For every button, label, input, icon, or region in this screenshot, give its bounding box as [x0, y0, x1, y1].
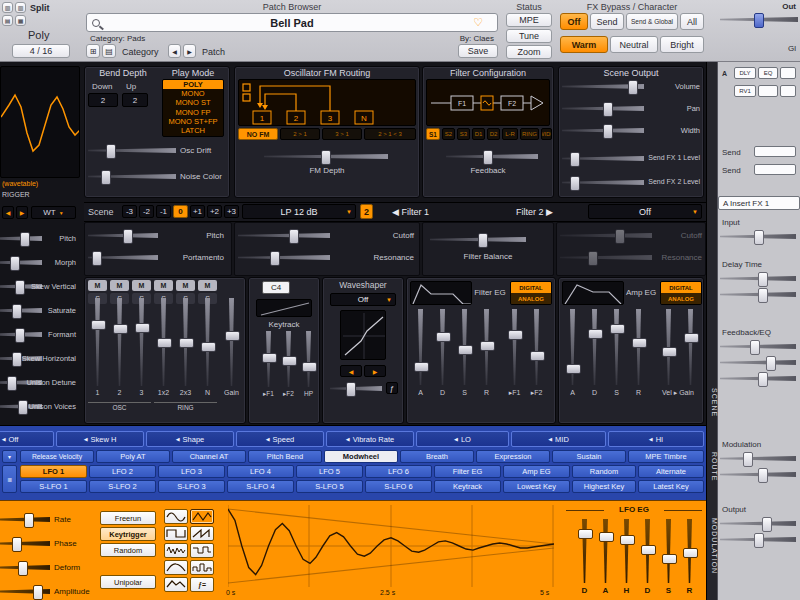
- amp-eg-decay-slider[interactable]: [588, 309, 601, 385]
- lfo-shape-mseg-icon[interactable]: [164, 577, 188, 592]
- keytrack-f2-slider[interactable]: [282, 331, 295, 387]
- keytrack-f1-slider[interactable]: [262, 331, 275, 387]
- filter-eg-decay-slider[interactable]: [436, 309, 449, 385]
- filter-eg-sustain-slider[interactable]: [458, 309, 471, 385]
- fx-bypass-send-global-button[interactable]: Send & Global: [626, 13, 678, 30]
- mod-source-channel-at[interactable]: Channel AT: [172, 450, 246, 463]
- amp-eg-release-slider[interactable]: [632, 309, 645, 385]
- browse-list-icon[interactable]: ▤: [102, 44, 116, 58]
- character-warm-button[interactable]: Warm: [560, 36, 608, 53]
- mod-source-lfo2[interactable]: LFO 2: [89, 465, 156, 478]
- mixer-osc1-slider[interactable]: [91, 298, 104, 386]
- mod-target-button[interactable]: ◀Off: [0, 431, 54, 447]
- mod-source-random[interactable]: Random: [572, 465, 636, 478]
- mute-button-1x2[interactable]: M: [154, 280, 173, 291]
- mod-source-lfo4[interactable]: LFO 4: [227, 465, 294, 478]
- filter-config-wide[interactable]: WIDE: [541, 128, 552, 140]
- scene-pitch-slider[interactable]: [88, 229, 158, 242]
- mixer-osc3-slider[interactable]: [135, 298, 148, 386]
- mod-target-button[interactable]: ◀MID: [511, 431, 606, 447]
- mod-list-expand-icon[interactable]: ▾: [2, 450, 17, 463]
- filter-eg-f2-depth-slider[interactable]: [530, 309, 543, 385]
- filter-config-d1[interactable]: D1: [472, 128, 485, 140]
- play-mode-option[interactable]: MONO ST+FP: [163, 117, 223, 126]
- filter-config-s2[interactable]: S2: [442, 128, 455, 140]
- scene-volume-slider[interactable]: [562, 80, 644, 93]
- osc-retrigger-label[interactable]: RIGGER: [2, 191, 30, 198]
- patch-name[interactable]: Bell Pad: [87, 17, 497, 29]
- filter1-cutoff-slider[interactable]: [238, 229, 330, 242]
- octave-plus3[interactable]: +3: [224, 205, 239, 218]
- fx-bypass-off-button[interactable]: Off: [560, 13, 588, 30]
- filter1-tab[interactable]: ◀ Filter 1: [392, 207, 429, 217]
- filter2-type-dropdown[interactable]: Off▼: [588, 204, 702, 219]
- amp-eg-attack-slider[interactable]: [566, 309, 579, 385]
- fx-delay-right-slider[interactable]: [720, 288, 796, 301]
- amp-eg-mode-toggle[interactable]: DIGITAL ANALOG: [660, 281, 702, 305]
- lfo-eg-sustain-slider[interactable]: [662, 519, 675, 583]
- mod-source-slfo1[interactable]: S-LFO 1: [20, 480, 87, 493]
- lfo-shape-step-seq-icon[interactable]: [190, 560, 214, 575]
- lfo-shape-sine-icon[interactable]: [164, 509, 188, 524]
- octave-minus1[interactable]: -1: [156, 205, 171, 218]
- fx-slot-dly[interactable]: DLY: [734, 67, 756, 79]
- filter-eg-f1-depth-slider[interactable]: [508, 309, 521, 385]
- filter1-type-dropdown[interactable]: LP 12 dB▼: [242, 204, 356, 219]
- fx-slot-empty[interactable]: [780, 85, 796, 97]
- fm-routing-diagram[interactable]: 12 3N: [238, 79, 416, 126]
- filter-config-ring[interactable]: RING: [520, 128, 539, 140]
- lfo-shape-triangle-icon[interactable]: [190, 509, 214, 524]
- prev-arrow-icon[interactable]: ◀: [168, 44, 181, 58]
- amp-eg-gain-slider[interactable]: [684, 309, 697, 385]
- fx-editor-title[interactable]: A Insert FX 1: [718, 196, 800, 210]
- mod-target-button[interactable]: ◀HI: [608, 431, 704, 447]
- zoom-button[interactable]: Zoom: [506, 45, 552, 59]
- lfo-shape-envelope-icon[interactable]: [164, 560, 188, 575]
- octave-zero[interactable]: 0: [173, 205, 188, 218]
- mod-target-button[interactable]: ◀LO: [416, 431, 509, 447]
- mixer-ring2x3-slider[interactable]: [179, 298, 192, 386]
- octave-minus3[interactable]: -3: [122, 205, 137, 218]
- filter-config-s3[interactable]: S3: [457, 128, 470, 140]
- mixer-noise-slider[interactable]: [201, 298, 214, 386]
- noise-color-slider[interactable]: [88, 170, 176, 183]
- mod-source-lowest-key[interactable]: Lowest Key: [503, 480, 570, 493]
- fx-input-slider[interactable]: [720, 230, 796, 243]
- fx-mod-depth-slider[interactable]: [720, 468, 796, 481]
- fx-lowcut-slider[interactable]: [720, 356, 796, 369]
- tab-modulation[interactable]: MODULATION: [707, 496, 718, 596]
- filter2-tab[interactable]: Filter 2 ▶: [516, 207, 553, 217]
- scene-single-icon[interactable]: ▥: [2, 2, 13, 13]
- mute-button-n[interactable]: M: [198, 280, 217, 291]
- lfo-shape-sample-hold-icon[interactable]: [190, 543, 214, 558]
- keytrack-hp-slider[interactable]: [302, 331, 315, 387]
- save-button[interactable]: Save: [458, 44, 498, 58]
- send-fx1-slot[interactable]: [754, 146, 796, 157]
- next-arrow-icon[interactable]: ▶: [183, 44, 196, 58]
- mod-target-button[interactable]: ◀Speed: [236, 431, 324, 447]
- wavetable-caption[interactable]: (wavetable): [2, 180, 38, 187]
- filter-config-diagram[interactable]: F1F2: [426, 79, 550, 126]
- filter1-subtype-badge[interactable]: 2: [360, 204, 373, 219]
- fx-width-slider[interactable]: [720, 533, 796, 546]
- browse-menu-icon[interactable]: ⊞: [86, 44, 100, 58]
- patch-name-box[interactable]: Bell Pad ♡: [86, 13, 498, 32]
- mod-target-button[interactable]: ◀Vibrato Rate: [326, 431, 414, 447]
- mod-target-button[interactable]: ◀Skew H: [56, 431, 144, 447]
- octave-minus2[interactable]: -2: [139, 205, 154, 218]
- mod-source-release-velocity[interactable]: Release Velocity: [20, 450, 94, 463]
- mod-source-lfo5[interactable]: LFO 5: [296, 465, 363, 478]
- mod-source-filter-eg[interactable]: Filter EG: [434, 465, 501, 478]
- mod-source-slfo3[interactable]: S-LFO 3: [158, 480, 225, 493]
- send-fx2-slider[interactable]: [562, 176, 644, 189]
- mod-target-button[interactable]: ◀Shape: [146, 431, 234, 447]
- mod-source-slfo5[interactable]: S-LFO 5: [296, 480, 363, 493]
- fm-mode-2to1to3[interactable]: 2 > 1 < 3: [364, 128, 416, 140]
- amp-eg-digital[interactable]: DIGITAL: [661, 282, 701, 293]
- lfo-shape-formula-icon[interactable]: ƒ=: [190, 577, 214, 592]
- mpe-button[interactable]: MPE: [506, 13, 552, 27]
- play-mode-option[interactable]: POLY: [163, 80, 223, 89]
- filter1-resonance-slider[interactable]: [238, 251, 330, 264]
- fx-bypass-send-button[interactable]: Send: [590, 13, 624, 30]
- mod-source-slfo4[interactable]: S-LFO 4: [227, 480, 294, 493]
